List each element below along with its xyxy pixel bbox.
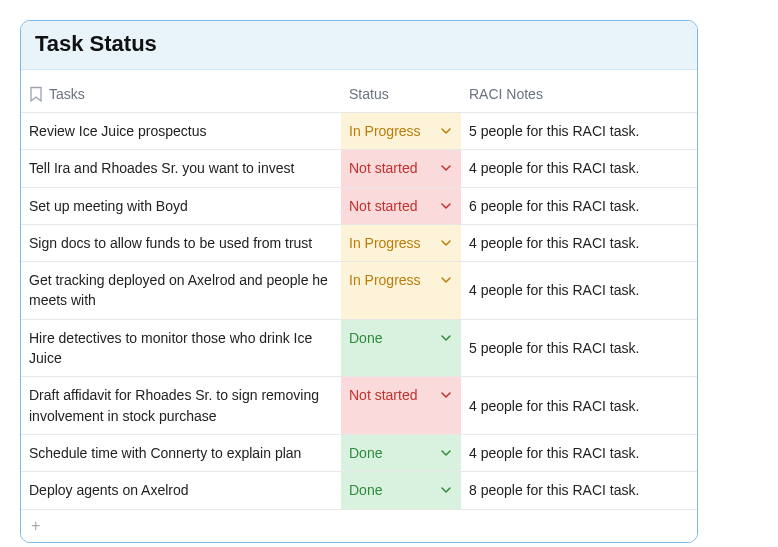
status-label: Done: [349, 481, 382, 499]
raci-cell[interactable]: 6 people for this RACI task.: [461, 188, 697, 224]
raci-cell[interactable]: 4 people for this RACI task.: [461, 150, 697, 186]
table-row: Hire detectives to monitor those who dri…: [21, 319, 697, 377]
plus-icon: +: [31, 517, 40, 534]
table-row: Sign docs to allow funds to be used from…: [21, 224, 697, 261]
chevron-down-icon: [441, 122, 451, 137]
status-label: Not started: [349, 386, 417, 404]
raci-label: 5 people for this RACI task.: [469, 340, 639, 356]
chevron-down-icon: [441, 159, 451, 174]
task-label: Hire detectives to monitor those who dri…: [29, 328, 333, 369]
raci-cell[interactable]: 4 people for this RACI task.: [461, 435, 697, 471]
status-dropdown[interactable]: In Progress: [341, 113, 461, 149]
task-cell[interactable]: Review Ice Juice prospectus: [21, 113, 341, 149]
task-label: Schedule time with Connerty to explain p…: [29, 443, 301, 463]
raci-cell[interactable]: 5 people for this RACI task.: [461, 113, 697, 149]
raci-label: 5 people for this RACI task.: [469, 123, 639, 139]
tasks-table: Tasks Status RACI Notes Review Ice Juice…: [21, 70, 697, 542]
column-header-tasks-label: Tasks: [49, 86, 85, 102]
status-label: In Progress: [349, 122, 421, 140]
raci-label: 6 people for this RACI task.: [469, 198, 639, 214]
raci-label: 4 people for this RACI task.: [469, 445, 639, 461]
status-dropdown[interactable]: In Progress: [341, 225, 461, 261]
status-dropdown[interactable]: Not started: [341, 188, 461, 224]
raci-label: 4 people for this RACI task.: [469, 235, 639, 251]
page-title: Task Status: [35, 31, 683, 57]
task-cell[interactable]: Draft affidavit for Rhoades Sr. to sign …: [21, 377, 341, 434]
status-label: Done: [349, 444, 382, 462]
chevron-down-icon: [441, 234, 451, 249]
table-row: Get tracking deployed on Axelrod and peo…: [21, 261, 697, 319]
task-label: Review Ice Juice prospectus: [29, 121, 206, 141]
status-dropdown[interactable]: In Progress: [341, 262, 461, 319]
column-header-tasks: Tasks: [21, 86, 341, 102]
status-dropdown[interactable]: Not started: [341, 377, 461, 434]
table-header-row: Tasks Status RACI Notes: [21, 70, 697, 112]
task-cell[interactable]: Get tracking deployed on Axelrod and peo…: [21, 262, 341, 319]
task-cell[interactable]: Hire detectives to monitor those who dri…: [21, 320, 341, 377]
raci-cell[interactable]: 4 people for this RACI task.: [461, 377, 697, 434]
task-label: Deploy agents on Axelrod: [29, 480, 189, 500]
chevron-down-icon: [441, 386, 451, 401]
status-label: Not started: [349, 159, 417, 177]
raci-label: 4 people for this RACI task.: [469, 282, 639, 298]
raci-cell[interactable]: 5 people for this RACI task.: [461, 320, 697, 377]
status-dropdown[interactable]: Done: [341, 435, 461, 471]
status-dropdown[interactable]: Not started: [341, 150, 461, 186]
status-label: In Progress: [349, 271, 421, 289]
add-row-button[interactable]: +: [21, 509, 697, 542]
chevron-down-icon: [441, 271, 451, 286]
panel-header: Task Status: [21, 21, 697, 70]
task-cell[interactable]: Sign docs to allow funds to be used from…: [21, 225, 341, 261]
raci-label: 8 people for this RACI task.: [469, 482, 639, 498]
status-label: Done: [349, 329, 382, 347]
table-row: Deploy agents on AxelrodDone8 people for…: [21, 471, 697, 508]
chevron-down-icon: [441, 197, 451, 212]
task-cell[interactable]: Tell Ira and Rhoades Sr. you want to inv…: [21, 150, 341, 186]
task-label: Draft affidavit for Rhoades Sr. to sign …: [29, 385, 333, 426]
task-cell[interactable]: Deploy agents on Axelrod: [21, 472, 341, 508]
status-dropdown[interactable]: Done: [341, 320, 461, 377]
raci-cell[interactable]: 4 people for this RACI task.: [461, 225, 697, 261]
status-label: Not started: [349, 197, 417, 215]
raci-cell[interactable]: 8 people for this RACI task.: [461, 472, 697, 508]
chevron-down-icon: [441, 444, 451, 459]
raci-cell[interactable]: 4 people for this RACI task.: [461, 262, 697, 319]
chevron-down-icon: [441, 481, 451, 496]
table-row: Schedule time with Connerty to explain p…: [21, 434, 697, 471]
column-header-raci: RACI Notes: [461, 86, 697, 102]
task-label: Set up meeting with Boyd: [29, 196, 188, 216]
raci-label: 4 people for this RACI task.: [469, 160, 639, 176]
table-row: Set up meeting with BoydNot started6 peo…: [21, 187, 697, 224]
bookmark-icon: [29, 86, 43, 102]
status-dropdown[interactable]: Done: [341, 472, 461, 508]
table-row: Tell Ira and Rhoades Sr. you want to inv…: [21, 149, 697, 186]
raci-label: 4 people for this RACI task.: [469, 398, 639, 414]
task-status-panel: Task Status Tasks Status RACI Notes Revi…: [20, 20, 698, 543]
table-row: Draft affidavit for Rhoades Sr. to sign …: [21, 376, 697, 434]
task-cell[interactable]: Set up meeting with Boyd: [21, 188, 341, 224]
column-header-status: Status: [341, 86, 461, 102]
table-row: Review Ice Juice prospectusIn Progress5 …: [21, 112, 697, 149]
task-label: Sign docs to allow funds to be used from…: [29, 233, 312, 253]
task-label: Tell Ira and Rhoades Sr. you want to inv…: [29, 158, 294, 178]
task-label: Get tracking deployed on Axelrod and peo…: [29, 270, 333, 311]
status-label: In Progress: [349, 234, 421, 252]
task-cell[interactable]: Schedule time with Connerty to explain p…: [21, 435, 341, 471]
chevron-down-icon: [441, 329, 451, 344]
